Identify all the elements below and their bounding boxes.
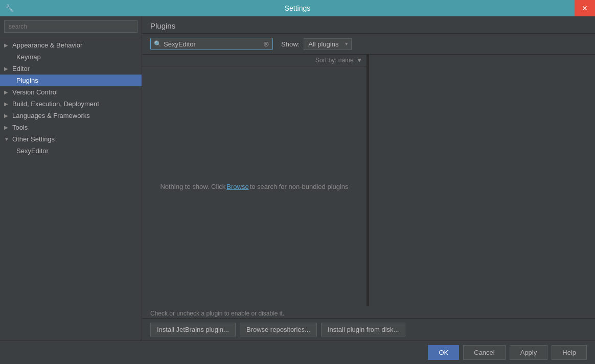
sidebar-item-label: SexyEditor (16, 147, 49, 155)
sidebar-item-label: Editor (12, 65, 30, 72)
arrow-icon: ▶ (4, 113, 10, 118)
nav-tree: ▶ Appearance & Behavior Keymap ▶ Editor … (0, 37, 142, 341)
panel-title: Plugins (150, 21, 175, 30)
bottom-toolbar: Install JetBrains plugin... Browse repos… (142, 318, 595, 341)
install-jetbrains-button[interactable]: Install JetBrains plugin... (150, 323, 236, 336)
sidebar-item-editor[interactable]: ▶ Editor (0, 63, 142, 75)
show-dropdown[interactable]: All plugins Enabled Disabled Bundled Cus… (304, 38, 352, 50)
plugins-search-wrapper: 🔍 ⊗ (150, 38, 273, 50)
sidebar-item-languages[interactable]: ▶ Languages & Frameworks (0, 110, 142, 122)
sidebar-item-sexyeditor[interactable]: SexyEditor (0, 145, 142, 157)
arrow-icon: ▶ (4, 66, 10, 71)
sidebar-item-label: Languages & Frameworks (12, 112, 90, 119)
close-button[interactable]: ✕ (575, 0, 595, 16)
sidebar-item-label: Tools (12, 124, 28, 131)
title-bar: 🔧 Settings ✕ (0, 0, 595, 16)
apply-button[interactable]: Apply (510, 345, 548, 360)
content-area: ▶ Appearance & Behavior Keymap ▶ Editor … (0, 16, 595, 341)
cancel-button[interactable]: Cancel (463, 345, 505, 360)
window-title: Settings (285, 4, 311, 12)
sidebar-item-version-control[interactable]: ▶ Version Control (0, 86, 142, 98)
help-button[interactable]: Help (552, 345, 587, 360)
sidebar-item-build[interactable]: ▶ Build, Execution, Deployment (0, 98, 142, 110)
browse-link[interactable]: Browse (226, 183, 248, 190)
plugins-main: Sort by: name ▼ Nothing to show. Click B… (142, 55, 595, 341)
sidebar-item-keymap[interactable]: Keymap (0, 51, 142, 63)
plugin-detail-panel (369, 55, 595, 306)
sidebar-item-appearance[interactable]: ▶ Appearance & Behavior (0, 39, 142, 51)
empty-state-prefix: Nothing to show. Click (160, 183, 225, 190)
show-label: Show: (281, 40, 300, 48)
sidebar-item-plugins[interactable]: Plugins (0, 75, 142, 86)
sidebar-item-label: Plugins (16, 77, 38, 84)
show-dropdown-wrapper: All plugins Enabled Disabled Bundled Cus… (304, 38, 352, 50)
right-panel: Plugins 🔍 ⊗ Show: All plugins Enabled Di… (142, 16, 595, 341)
sidebar-item-label: Build, Execution, Deployment (12, 100, 99, 108)
app-icon: 🔧 (4, 3, 14, 13)
sidebar-item-tools[interactable]: ▶ Tools (0, 122, 142, 133)
search-icon: 🔍 (154, 40, 162, 47)
ok-button[interactable]: OK (428, 345, 459, 360)
plugins-toolbar: 🔍 ⊗ Show: All plugins Enabled Disabled B… (142, 34, 595, 55)
sort-dropdown-icon: ▼ (356, 57, 362, 64)
browse-repositories-button[interactable]: Browse repositories... (240, 323, 317, 336)
plugins-body: Sort by: name ▼ Nothing to show. Click B… (142, 55, 595, 306)
close-icon: ✕ (582, 4, 588, 12)
sidebar-item-label: Version Control (12, 88, 58, 96)
plugins-list: Sort by: name ▼ Nothing to show. Click B… (142, 55, 367, 306)
sidebar-item-label: Other Settings (12, 135, 55, 143)
help-text: Check or uncheck a plugin to enable or d… (150, 310, 284, 317)
sidebar-item-other-settings[interactable]: ▼ Other Settings (0, 133, 142, 145)
sidebar-item-label: Appearance & Behavior (12, 41, 82, 49)
sort-bar[interactable]: Sort by: name ▼ (142, 55, 367, 66)
arrow-icon: ▶ (4, 101, 10, 107)
sidebar-search-bar (0, 16, 142, 37)
arrow-icon: ▶ (4, 89, 10, 95)
sidebar-item-label: Keymap (16, 53, 41, 61)
dialog-footer: OK Cancel Apply Help (0, 341, 595, 364)
plugins-search-input[interactable] (164, 40, 261, 48)
install-disk-button[interactable]: Install plugin from disk... (321, 323, 405, 336)
empty-state: Nothing to show. Click Browse to search … (142, 66, 367, 306)
empty-state-suffix: to search for non-bundled plugins (250, 183, 349, 190)
search-clear-icon[interactable]: ⊗ (263, 40, 269, 48)
sidebar: ▶ Appearance & Behavior Keymap ▶ Editor … (0, 16, 142, 341)
panel-header: Plugins (142, 16, 595, 34)
arrow-icon: ▼ (4, 136, 10, 142)
sidebar-search-input[interactable] (4, 20, 138, 33)
arrow-icon: ▶ (4, 125, 10, 130)
arrow-icon: ▶ (4, 42, 10, 48)
help-text-area: Check or uncheck a plugin to enable or d… (142, 306, 595, 318)
sort-label[interactable]: Sort by: name (315, 57, 354, 64)
main-container: ▶ Appearance & Behavior Keymap ▶ Editor … (0, 16, 595, 364)
